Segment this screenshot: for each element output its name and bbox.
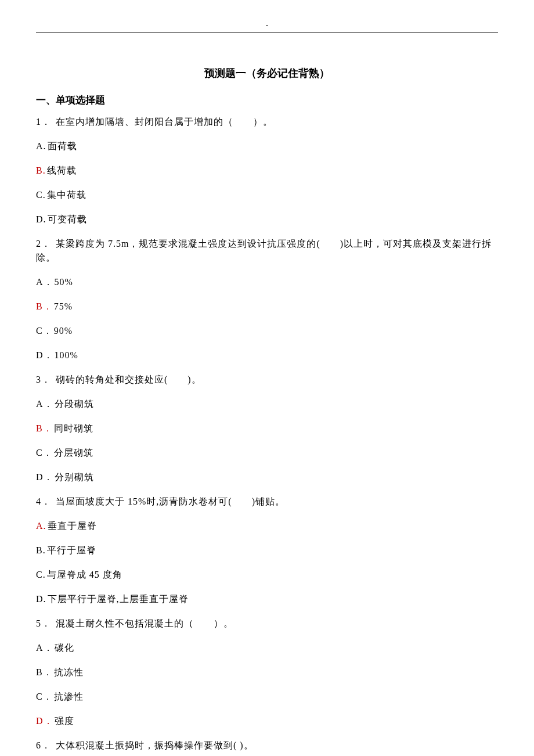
option: A.面荷载	[36, 139, 498, 153]
option-label: B.	[36, 165, 46, 175]
question-number: 5．	[36, 618, 51, 628]
option-label: D．	[36, 716, 53, 726]
option-text: 同时砌筑	[54, 423, 93, 433]
question-text: 1．在室内增加隔墙、封闭阳台属于增加的（ ）。	[36, 115, 498, 129]
option-label: B．	[36, 667, 53, 677]
question-text: 6．大体积混凝土振捣时，振捣棒操作要做到( )。	[36, 739, 498, 753]
option-text: 垂直于屋脊	[48, 521, 97, 531]
question-body: 砌砖的转角处和交接处应( )。	[56, 375, 201, 384]
option: A．50%	[36, 275, 498, 289]
option-label: D．	[36, 350, 53, 360]
option-label: D．	[36, 472, 53, 482]
option: C．抗渗性	[36, 690, 498, 704]
question-number: 2．	[36, 239, 51, 249]
option-label: A．	[36, 277, 53, 287]
option-label: A.	[36, 141, 46, 151]
option-text: 面荷载	[48, 141, 77, 151]
question-body: 某梁跨度为 7.5m，规范要求混凝土强度达到设计抗压强度的( )以上时，可对其底…	[36, 239, 492, 262]
question-number: 6．	[36, 740, 51, 750]
question-number: 3．	[36, 375, 51, 384]
option-answer: B.线荷载	[36, 164, 498, 178]
option-label: B．	[36, 423, 53, 433]
header-rule	[36, 33, 498, 33]
option-text: 90%	[54, 326, 73, 336]
option-label: A．	[36, 643, 53, 653]
option-text: 抗渗性	[54, 692, 84, 701]
question-text: 5．混凝土耐久性不包括混凝土的（ ）。	[36, 617, 498, 631]
option-label: C.	[36, 190, 46, 200]
option-answer: B．同时砌筑	[36, 422, 498, 435]
option-text: 集中荷载	[47, 190, 86, 200]
option: D.下层平行于屋脊,上层垂直于屋脊	[36, 592, 498, 606]
option-text: 分层砌筑	[54, 448, 93, 458]
option-label: C．	[36, 326, 53, 336]
option: B.平行于屋脊	[36, 543, 498, 557]
option: C.与屋脊成 45 度角	[36, 568, 498, 582]
option-text: 分别砌筑	[55, 472, 94, 482]
option-text: 75%	[54, 301, 73, 311]
option: D．100%	[36, 348, 498, 362]
option-label: A．	[36, 399, 53, 409]
option: A．碳化	[36, 641, 498, 655]
question-text: 3．砌砖的转角处和交接处应( )。	[36, 373, 498, 387]
question-number: 4．	[36, 496, 51, 506]
question-body: 大体积混凝土振捣时，振捣棒操作要做到( )。	[56, 740, 254, 750]
page-title: 预测题一（务必记住背熟）	[36, 66, 498, 81]
option-text: 可变荷载	[48, 214, 87, 224]
option: C．分层砌筑	[36, 446, 498, 460]
option-text: 分段砌筑	[55, 399, 94, 409]
option-label: B．	[36, 301, 53, 311]
option-label: D.	[36, 594, 46, 604]
option-label: A.	[36, 521, 46, 531]
option-text: 强度	[55, 716, 74, 726]
option: D.可变荷载	[36, 213, 498, 226]
question-text: 4．当屋面坡度大于 15%时,沥青防水卷材可( )铺贴。	[36, 495, 498, 509]
option-text: 抗冻性	[54, 667, 84, 677]
option: C．90%	[36, 324, 498, 338]
question-body: 混凝土耐久性不包括混凝土的（ ）。	[56, 618, 233, 628]
option-label: C．	[36, 448, 53, 458]
option: B．抗冻性	[36, 665, 498, 679]
option-label: C．	[36, 692, 53, 701]
option-text: 碳化	[55, 643, 74, 653]
question-body: 当屋面坡度大于 15%时,沥青防水卷材可( )铺贴。	[56, 496, 285, 506]
option-text: 下层平行于屋脊,上层垂直于屋脊	[48, 594, 189, 604]
option-label: C.	[36, 570, 46, 579]
question-number: 1．	[36, 117, 51, 127]
option-label: B.	[36, 545, 46, 555]
question-body: 在室内增加隔墙、封闭阳台属于增加的（ ）。	[56, 117, 273, 127]
option-text: 100%	[55, 350, 78, 360]
option-answer: A.垂直于屋脊	[36, 519, 498, 533]
section-heading: 一、单项选择题	[36, 93, 498, 108]
question-text: 2．某梁跨度为 7.5m，规范要求混凝土强度达到设计抗压强度的( )以上时，可对…	[36, 237, 498, 265]
option: C.集中荷载	[36, 188, 498, 202]
header-dot: .	[36, 16, 498, 30]
option-answer: D．强度	[36, 714, 498, 728]
option: A．分段砌筑	[36, 397, 498, 411]
option-text: 50%	[55, 277, 73, 287]
option-text: 与屋脊成 45 度角	[47, 570, 122, 579]
option-label: D.	[36, 214, 46, 224]
content-body: 1．在室内增加隔墙、封闭阳台属于增加的（ ）。A.面荷载B.线荷载C.集中荷载D…	[36, 115, 498, 757]
option-text: 线荷载	[47, 165, 77, 175]
option: D．分别砌筑	[36, 470, 498, 484]
option-text: 平行于屋脊	[47, 545, 96, 555]
option-answer: B．75%	[36, 300, 498, 314]
